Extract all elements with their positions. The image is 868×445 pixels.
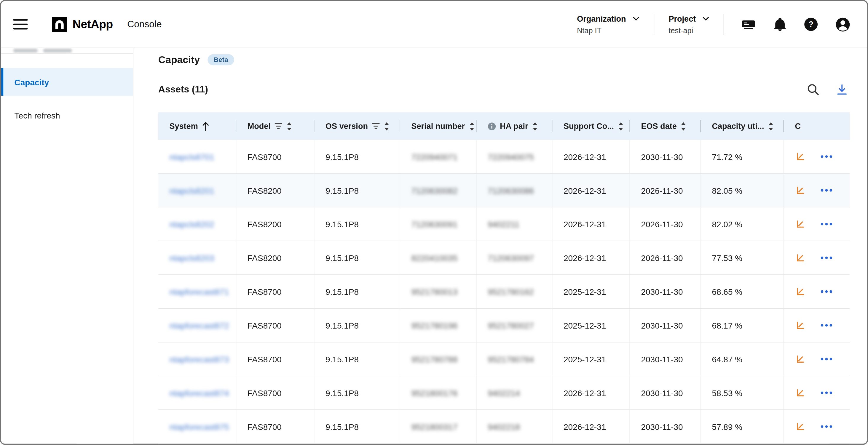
cell-support-contract-end: 2026-12-31 [553,376,630,409]
table-row[interactable]: ntapcls8201FAS82009.15.1P871206300827120… [158,173,849,208]
cell-capacity-utilization: 82.02 % [701,208,784,241]
sidebar-item-label: Capacity [14,77,49,87]
table-row[interactable]: ntapforecast874FAS87009.15.1P89521800176… [158,376,849,410]
cell-os-version: 9.15.1P8 [314,410,400,443]
netapp-logo-mark [52,17,67,32]
organization-value: Ntap IT [577,26,639,35]
system-link[interactable]: ntapforecast874 [158,376,236,409]
cell-serial-number: 7120630091 [400,208,477,241]
sort-icon[interactable] [383,122,390,131]
download-icon[interactable] [836,84,848,96]
cell-model: FAS8700 [236,309,314,342]
cell-model: FAS8700 [236,140,314,173]
search-icon[interactable] [807,84,819,96]
row-actions-button[interactable] [820,391,832,394]
sort-icon[interactable] [286,122,292,131]
cell-model: FAS8200 [236,208,314,241]
cell-ha-pair: 9521780027 [477,309,553,342]
hamburger-menu-icon[interactable] [13,19,28,30]
cell-capacity-utilization: 68.65 % [701,275,784,308]
system-link[interactable]: ntapcls8203 [158,241,236,274]
column-header-serial-number[interactable]: Serial number [400,112,477,140]
column-header-system[interactable]: System [158,112,236,140]
table-row[interactable]: ntapcls8701FAS87009.15.1P872209400717220… [158,140,849,173]
filter-icon[interactable] [372,123,379,129]
column-label: System [169,122,198,131]
system-link[interactable]: ntapforecast872 [158,309,236,342]
row-actions-button[interactable] [820,425,832,428]
cell-os-version: 9.15.1P8 [314,309,400,342]
notifications-bell-icon[interactable] [773,17,787,32]
devices-icon[interactable] [741,19,756,31]
svg-text:?: ? [808,20,813,29]
row-actions-button[interactable] [820,323,832,327]
cell-capacity-utilization: 68.17 % [701,309,784,342]
sidebar: Capacity Tech refresh [1,48,133,444]
table-row[interactable]: ntapforecast875FAS87009.15.1P89521800317… [158,410,849,444]
cell-actions [784,275,849,308]
netapp-logo: NetApp [52,17,113,32]
assets-table: SystemModelOS versionSerial numberHA pai… [158,112,849,444]
project-selector[interactable]: Project test-api [669,14,709,35]
sort-ascending-icon[interactable] [202,122,209,131]
cell-serial-number: 7120630082 [400,173,477,207]
row-actions-button[interactable] [820,189,832,192]
top-icon-group: ? [741,17,850,32]
system-link[interactable]: ntapcls8202 [158,208,236,241]
table-row[interactable]: ntapcls8202FAS82009.15.1P871206300919402… [158,208,849,241]
cell-support-contract-end: 2026-12-31 [553,140,630,173]
table-row[interactable]: ntapforecast873FAS87009.15.1P89521780788… [158,343,849,376]
cell-ha-pair: 9402211 [477,208,553,241]
cell-actions [784,376,849,409]
column-label: Model [248,122,271,131]
cell-capacity-utilization: 82.05 % [701,173,784,207]
column-header-support-co[interactable]: Support Co... [553,112,630,140]
row-actions-button[interactable] [820,290,832,293]
column-header-capacity-uti[interactable]: Capacity uti... [701,112,784,140]
column-header-eos-date[interactable]: EOS date [630,112,701,140]
row-actions-button[interactable] [820,222,832,226]
sort-icon[interactable] [618,122,624,131]
system-link[interactable]: ntapcls8701 [158,140,236,173]
sort-icon[interactable] [768,122,774,131]
cell-eos-date: 2026-11-30 [630,173,701,207]
sort-icon[interactable] [532,122,538,131]
assets-heading: Assets (11) [158,84,208,95]
column-label: Serial number [411,122,465,131]
column-header-c[interactable]: C [784,112,849,140]
system-link[interactable]: ntapcls8201 [158,173,236,207]
capacity-trend-icon [796,186,805,195]
row-actions-button[interactable] [820,155,832,158]
organization-selector[interactable]: Organization Ntap IT [577,14,639,35]
sidebar-item-capacity[interactable]: Capacity [1,68,133,96]
system-link[interactable]: ntapforecast875 [158,410,236,443]
cell-eos-date: 2030-11-30 [630,410,701,443]
cell-capacity-utilization: 71.72 % [701,140,784,173]
table-row[interactable]: ntapcls8203FAS82009.15.1P882204100357120… [158,241,849,275]
row-actions-button[interactable] [820,256,832,259]
page-title-row: Capacity Beta [158,53,849,66]
help-icon[interactable]: ? [804,17,818,32]
system-link[interactable]: ntapforecast871 [158,275,236,308]
cell-serial-number: 9521800176 [400,376,477,409]
chevron-down-icon [632,16,639,21]
account-icon[interactable] [835,17,850,32]
cell-ha-pair: 7120630086 [477,173,553,207]
column-header-model[interactable]: Model [236,112,314,140]
column-header-os-version[interactable]: OS version [314,112,400,140]
system-link[interactable]: ntapforecast873 [158,343,236,376]
cell-model: FAS8700 [236,410,314,443]
cell-capacity-utilization: 64.87 % [701,343,784,376]
column-label: Capacity uti... [712,122,764,131]
column-header-ha-pair[interactable]: HA pair [477,112,553,140]
sidebar-item-tech-refresh[interactable]: Tech refresh [1,101,133,129]
capacity-trend-icon [796,287,805,296]
filter-icon[interactable] [275,123,282,129]
sort-icon[interactable] [681,122,687,131]
table-row[interactable]: ntapforecast871FAS87009.15.1P89521780013… [158,275,849,309]
table-row[interactable]: ntapforecast872FAS87009.15.1P89521780196… [158,309,849,343]
cell-os-version: 9.15.1P8 [314,343,400,376]
sort-icon[interactable] [469,122,475,131]
row-actions-button[interactable] [820,357,832,360]
app-window: NetApp Console Organization Ntap IT Proj… [0,0,868,445]
